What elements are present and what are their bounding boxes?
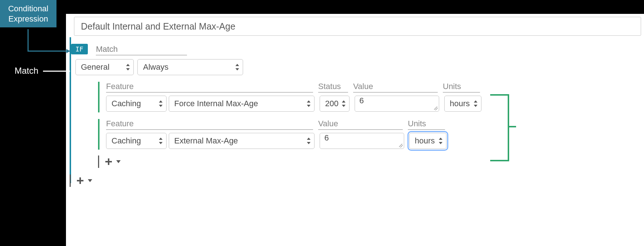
add-rail xyxy=(98,155,99,168)
add-rule-row xyxy=(70,177,644,185)
select-value: Force Internal Max-Age xyxy=(174,99,258,108)
select-value: 200 xyxy=(325,99,339,108)
feature-units-select[interactable]: hours xyxy=(409,133,446,149)
feature-category-select[interactable]: Caching xyxy=(106,133,167,149)
feature-status-select[interactable]: 200 xyxy=(320,96,350,112)
col-label-feature: Feature xyxy=(106,82,313,93)
chevron-updown-icon xyxy=(158,137,163,145)
feature-units-select[interactable]: hours xyxy=(444,96,481,112)
chevron-updown-icon xyxy=(306,100,311,108)
col-label-value: Value xyxy=(353,82,438,93)
feature-rail xyxy=(98,119,99,150)
feature-name-select[interactable]: External Max-Age xyxy=(169,133,315,149)
input-value: 6 xyxy=(359,96,364,105)
resize-handle-icon xyxy=(399,144,403,147)
chevron-updown-icon xyxy=(306,137,311,145)
select-value: hours xyxy=(415,136,435,146)
match-header-label: Match xyxy=(96,45,187,55)
chevron-updown-icon xyxy=(158,100,163,108)
col-label-status: Status xyxy=(318,82,348,93)
select-value: Always xyxy=(143,62,168,72)
svg-rect-1 xyxy=(105,161,112,162)
col-label-feature: Feature xyxy=(106,119,313,130)
col-label-units: Units xyxy=(408,119,445,130)
chevron-updown-icon xyxy=(235,63,240,71)
add-feature-button[interactable] xyxy=(105,158,113,166)
rule-title-input[interactable] xyxy=(74,17,641,36)
add-rule-dropdown[interactable] xyxy=(88,179,92,182)
feature-rail xyxy=(98,82,99,112)
if-rail xyxy=(70,37,71,183)
rule-editor-panel: IF Match General Always Feature Status V… xyxy=(66,14,644,246)
annotation-text: Match xyxy=(15,66,38,76)
plus-icon xyxy=(105,158,113,166)
add-feature-row xyxy=(98,158,644,166)
add-feature-dropdown[interactable] xyxy=(116,160,121,163)
input-value: 6 xyxy=(324,133,329,142)
add-rule-button[interactable] xyxy=(76,177,84,185)
plus-icon xyxy=(76,177,84,185)
annotation-text: Conditional Expression xyxy=(8,4,48,23)
feature-value-input[interactable]: 6 xyxy=(355,96,439,112)
feature-category-select[interactable]: Caching xyxy=(106,96,167,112)
col-label-units: Units xyxy=(443,82,480,93)
select-value: hours xyxy=(450,99,470,108)
resize-handle-icon xyxy=(434,107,438,110)
svg-rect-3 xyxy=(77,180,83,181)
select-value: Caching xyxy=(112,99,141,108)
annotation-match: Match xyxy=(15,66,38,76)
select-value: Caching xyxy=(112,136,141,146)
chevron-updown-icon xyxy=(125,63,130,71)
select-value: General xyxy=(81,62,109,72)
chevron-updown-icon xyxy=(341,100,346,108)
col-label-value: Value xyxy=(318,119,403,130)
add-rail xyxy=(70,174,71,187)
match-category-select[interactable]: General xyxy=(75,59,134,75)
feature-name-select[interactable]: Force Internal Max-Age xyxy=(169,96,315,112)
feature-value-input[interactable]: 6 xyxy=(320,133,404,149)
chevron-updown-icon xyxy=(438,137,443,145)
match-condition-select[interactable]: Always xyxy=(137,59,243,75)
annotation-conditional-expression: Conditional Expression xyxy=(0,0,56,27)
chevron-updown-icon xyxy=(473,100,478,108)
select-value: External Max-Age xyxy=(174,136,238,146)
if-chip: IF xyxy=(71,44,88,54)
